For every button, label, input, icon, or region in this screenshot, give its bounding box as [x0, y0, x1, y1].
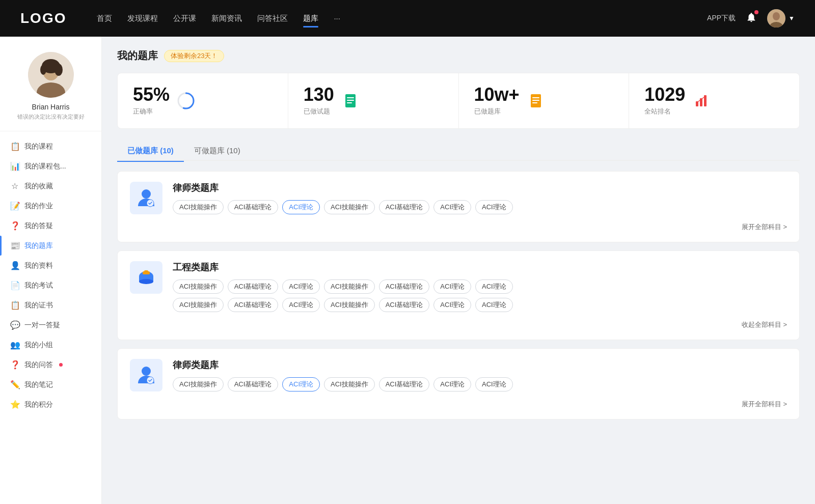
- menu-icon-11: ❓: [10, 360, 19, 370]
- sidebar-item-8[interactable]: 📋我的证书: [0, 295, 101, 315]
- tag-1-r2-1[interactable]: ACI基础理论: [228, 298, 279, 312]
- sidebar-item-2[interactable]: ☆我的收藏: [0, 176, 101, 196]
- stat-label-2: 已做题库: [474, 107, 520, 116]
- sidebar-item-1[interactable]: 📊我的课程包...: [0, 156, 101, 176]
- tab-1[interactable]: 可做题库 (10): [184, 141, 251, 161]
- svg-point-1: [773, 12, 780, 20]
- svg-point-29: [142, 367, 151, 376]
- tag-1-r1-2[interactable]: ACI理论: [282, 279, 320, 294]
- tag-1-r2-5[interactable]: ACI理论: [433, 298, 471, 312]
- avatar: [767, 9, 785, 27]
- tag-2-2[interactable]: ACI理论: [282, 377, 320, 391]
- logo: LOGO: [20, 10, 66, 26]
- tag-2-5[interactable]: ACI理论: [433, 377, 471, 391]
- menu-icon-10: 👥: [10, 340, 19, 350]
- tag-1-r1-3[interactable]: ACI技能操作: [324, 279, 375, 294]
- menu-icon-5: 📰: [10, 241, 19, 250]
- nav-item-发现课程[interactable]: 发现课程: [127, 12, 158, 25]
- user-avatar-area[interactable]: ▼: [767, 9, 795, 27]
- tag-0-0[interactable]: ACI技能操作: [173, 200, 224, 214]
- stat-item-0: 55%正确率: [118, 73, 288, 128]
- tag-0-2[interactable]: ACI理论: [282, 200, 320, 214]
- tag-1-r2-3[interactable]: ACI技能操作: [324, 298, 375, 312]
- menu-icon-4: ❓: [10, 221, 19, 231]
- sidebar-item-0[interactable]: 📋我的课程: [0, 136, 101, 156]
- sidebar-item-11[interactable]: ❓我的问答: [0, 355, 101, 375]
- svg-rect-13: [347, 100, 354, 101]
- nav-item-问答社区[interactable]: 问答社区: [257, 12, 288, 25]
- tag-0-3[interactable]: ACI技能操作: [324, 200, 375, 214]
- notification-bell[interactable]: [746, 12, 757, 25]
- menu-icon-0: 📋: [10, 142, 19, 151]
- nav-menu: 首页发现课程公开课新闻资讯问答社区题库···: [97, 12, 687, 25]
- menu-icon-9: 💬: [10, 320, 19, 330]
- menu-icon-7: 📄: [10, 281, 19, 290]
- svg-rect-16: [532, 97, 539, 98]
- tag-1-r2-2[interactable]: ACI理论: [282, 298, 320, 312]
- menu-label-13: 我的积分: [24, 400, 53, 409]
- expand-link-1[interactable]: 收起全部科目 >: [130, 320, 787, 329]
- svg-point-22: [142, 189, 151, 199]
- tag-1-r1-1[interactable]: ACI基础理论: [228, 279, 279, 294]
- svg-point-8: [40, 65, 46, 75]
- sidebar-item-6[interactable]: 👤我的资料: [0, 256, 101, 275]
- sidebar-item-9[interactable]: 💬一对一答疑: [0, 315, 101, 335]
- stat-value-2: 10w+: [474, 86, 520, 104]
- navbar-right: APP下载 ▼: [707, 9, 795, 27]
- tag-1-r1-4[interactable]: ACI基础理论: [379, 279, 430, 294]
- sidebar-item-10[interactable]: 👥我的小组: [0, 335, 101, 355]
- trial-badge: 体验剩余23天！: [164, 50, 224, 62]
- sidebar-item-12[interactable]: ✏️我的笔记: [0, 375, 101, 395]
- nav-item-公开课[interactable]: 公开课: [173, 12, 196, 25]
- menu-label-4: 我的答疑: [24, 221, 53, 231]
- tag-0-1[interactable]: ACI基础理论: [228, 200, 279, 214]
- stat-icon-3: [692, 92, 711, 110]
- nav-item-首页[interactable]: 首页: [97, 12, 112, 25]
- tab-0[interactable]: 已做题库 (10): [117, 141, 184, 161]
- tag-1-r1-0[interactable]: ACI技能操作: [173, 279, 224, 294]
- svg-rect-12: [347, 97, 354, 98]
- stat-item-2: 10w+已做题库: [459, 73, 630, 128]
- tag-1-r2-6[interactable]: ACI理论: [475, 298, 513, 312]
- stat-item-3: 1029全站排名: [629, 73, 799, 128]
- sidebar-item-4[interactable]: ❓我的答疑: [0, 216, 101, 236]
- tag-2-4[interactable]: ACI基础理论: [379, 377, 430, 391]
- expand-link-0[interactable]: 展开全部科目 >: [130, 222, 787, 232]
- menu-label-8: 我的证书: [24, 301, 53, 310]
- expand-link-2[interactable]: 展开全部科目 >: [130, 400, 787, 409]
- tag-2-3[interactable]: ACI技能操作: [324, 377, 375, 391]
- app-download-link[interactable]: APP下载: [707, 14, 736, 23]
- tag-1-r1-5[interactable]: ACI理论: [433, 279, 471, 294]
- sidebar-item-3[interactable]: 📝我的作业: [0, 196, 101, 216]
- main-content: 我的题库 体验剩余23天！ 55%正确率 130已做试题 10w+已做题库 10…: [102, 37, 815, 504]
- tag-1-r2-4[interactable]: ACI基础理论: [379, 298, 430, 312]
- sidebar-item-5[interactable]: 📰我的题库: [0, 236, 101, 256]
- bank-cards-container: 律师类题库ACI技能操作ACI基础理论ACI理论ACI技能操作ACI基础理论AC…: [117, 171, 800, 419]
- layout: Brian Harris 错误的决定比没有决定要好 📋我的课程📊我的课程包...…: [0, 37, 815, 504]
- sidebar-item-13[interactable]: ⭐我的积分: [0, 395, 101, 414]
- navbar: LOGO 首页发现课程公开课新闻资讯问答社区题库··· APP下载 ▼: [0, 0, 815, 37]
- profile-avatar: [28, 52, 74, 98]
- sidebar-item-7[interactable]: 📄我的考试: [0, 275, 101, 295]
- tabs: 已做题库 (10)可做题库 (10): [117, 141, 800, 161]
- menu-label-5: 我的题库: [24, 241, 53, 250]
- tag-0-4[interactable]: ACI基础理论: [379, 200, 430, 214]
- tag-2-6[interactable]: ACI理论: [475, 377, 513, 391]
- tag-0-5[interactable]: ACI理论: [433, 200, 471, 214]
- stats-row: 55%正确率 130已做试题 10w+已做题库 1029全站排名: [117, 73, 800, 129]
- nav-item-题库[interactable]: 题库: [303, 12, 318, 25]
- bank-name-1: 工程类题库: [173, 261, 513, 273]
- nav-item-···[interactable]: ···: [334, 12, 340, 25]
- menu-label-6: 我的资料: [24, 261, 53, 270]
- stat-label-3: 全站排名: [644, 107, 685, 116]
- bank-icon-1: [130, 261, 162, 294]
- menu-icon-12: ✏️: [10, 380, 19, 389]
- stat-value-0: 55%: [133, 86, 170, 104]
- bank-card-0: 律师类题库ACI技能操作ACI基础理论ACI理论ACI技能操作ACI基础理论AC…: [117, 171, 800, 242]
- tag-0-6[interactable]: ACI理论: [475, 200, 513, 214]
- tag-1-r2-0[interactable]: ACI技能操作: [173, 298, 224, 312]
- tag-2-0[interactable]: ACI技能操作: [173, 377, 224, 391]
- tag-2-1[interactable]: ACI基础理论: [228, 377, 279, 391]
- nav-item-新闻资讯[interactable]: 新闻资讯: [211, 12, 242, 25]
- tag-1-r1-6[interactable]: ACI理论: [475, 279, 513, 294]
